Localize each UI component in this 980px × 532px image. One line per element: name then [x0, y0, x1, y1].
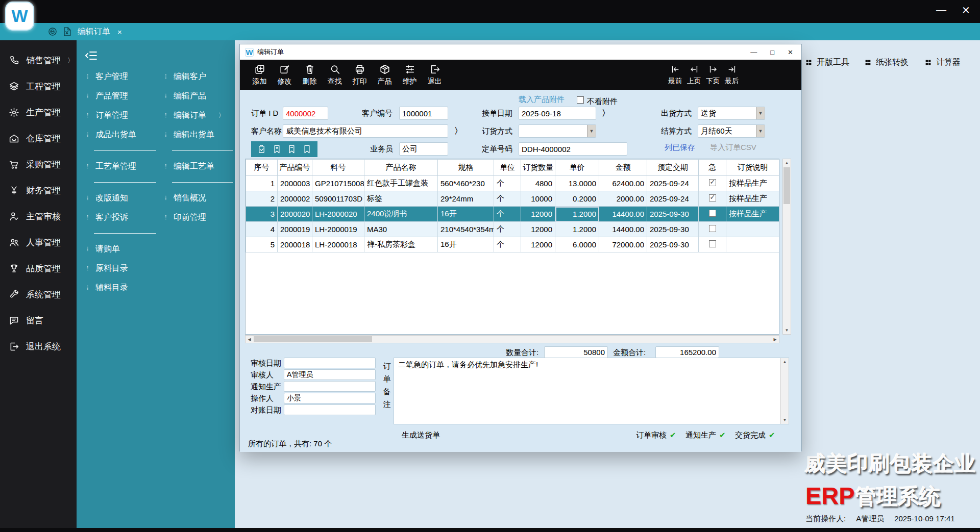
- order-review-status[interactable]: 订单审核 ✔: [636, 430, 676, 440]
- column-header[interactable]: 产品编号: [278, 160, 312, 176]
- bookmark-person-icon[interactable]: [272, 144, 282, 154]
- product-code-cell[interactable]: 2000020: [278, 207, 312, 222]
- submenu-item[interactable]: 编辑客户: [160, 67, 235, 86]
- spec-cell[interactable]: 560*460*230: [438, 176, 494, 191]
- nav-button-3[interactable]: 下页: [703, 64, 722, 86]
- globe-icon[interactable]: [47, 27, 58, 37]
- submenu-item[interactable]: 客户投诉: [82, 208, 158, 227]
- column-header[interactable]: 订货说明: [726, 160, 779, 176]
- seq-cell[interactable]: 3: [246, 207, 278, 222]
- order-date-field[interactable]: [519, 107, 596, 120]
- nav-button-1[interactable]: 最前: [666, 64, 684, 86]
- table-row[interactable]: 12000003GP210715008红色款手工罐盒装560*460*230个4…: [246, 176, 779, 191]
- table-row[interactable]: 42000019LH-2000019MA30210*4540*354mm个120…: [246, 222, 779, 237]
- unit-cell[interactable]: 个: [494, 222, 521, 237]
- sidebar-item[interactable]: 销售管理〉: [0, 47, 77, 73]
- urgent-checkbox[interactable]: [709, 210, 716, 217]
- order-method-select[interactable]: ▼: [519, 124, 596, 138]
- column-header[interactable]: 急: [699, 160, 726, 176]
- product-name-cell[interactable]: 禅-私房茶彩盒: [364, 237, 438, 252]
- urgent-cell[interactable]: [699, 237, 726, 252]
- order-no-field[interactable]: [519, 142, 627, 156]
- submenu-item[interactable]: 产品管理: [82, 86, 158, 106]
- price-cell[interactable]: 1.2000: [555, 207, 599, 222]
- ship-method-select[interactable]: 送货 ▼: [698, 107, 765, 120]
- scroll-down-icon[interactable]: ▼: [781, 416, 789, 424]
- tool-2[interactable]: 纸张转换: [865, 57, 909, 68]
- toolbar-button-7[interactable]: 维护: [397, 64, 422, 86]
- spec-cell[interactable]: 16开: [438, 237, 494, 252]
- price-cell[interactable]: 1.2000: [555, 222, 599, 237]
- toolbar-button-5[interactable]: 打印: [347, 64, 372, 86]
- column-header[interactable]: 单位: [494, 160, 521, 176]
- unit-cell[interactable]: 个: [494, 237, 521, 252]
- chevron-down-icon[interactable]: ▼: [756, 107, 765, 119]
- review-field[interactable]: [284, 369, 376, 380]
- customer-name-field[interactable]: [283, 124, 448, 138]
- collapse-menu-icon[interactable]: [84, 48, 99, 63]
- urgent-cell[interactable]: [699, 207, 726, 222]
- scrollbar-thumb[interactable]: [254, 336, 372, 342]
- price-cell[interactable]: 6.0000: [555, 237, 599, 252]
- toolbar-button-6[interactable]: 产品: [372, 64, 397, 86]
- submenu-item[interactable]: 印前管理: [160, 208, 235, 227]
- toolbar-button-8[interactable]: 退出: [422, 64, 447, 86]
- submenu-item[interactable]: 编辑订单〉: [160, 106, 235, 125]
- dialog-titlebar[interactable]: W 编辑订单 — □ ✕: [240, 44, 801, 60]
- amount-cell[interactable]: 2000.00: [599, 191, 647, 207]
- note-cell[interactable]: 按样品生产: [726, 207, 779, 222]
- notify-production-status[interactable]: 通知生产 ✔: [685, 430, 726, 440]
- spec-cell[interactable]: 29*24mm: [438, 191, 494, 207]
- sidebar-item[interactable]: 生产管理: [0, 99, 77, 125]
- product-name-cell[interactable]: MA30: [364, 222, 438, 237]
- scroll-right-icon[interactable]: ▶: [771, 336, 779, 343]
- hide-attachment-checkbox[interactable]: [577, 96, 584, 104]
- scroll-left-icon[interactable]: ◀: [246, 336, 253, 343]
- price-cell[interactable]: 0.2000: [555, 191, 599, 207]
- sidebar-item[interactable]: 品质管理: [0, 256, 77, 282]
- sidebar-item[interactable]: 系统管理: [0, 282, 77, 308]
- price-cell[interactable]: 13.0000: [555, 176, 599, 191]
- product-code-cell[interactable]: 2000019: [278, 222, 312, 237]
- amount-cell[interactable]: 72000.00: [599, 237, 647, 252]
- seq-cell[interactable]: 1: [246, 176, 278, 191]
- urgent-checkbox[interactable]: [709, 240, 716, 247]
- urgent-checkbox[interactable]: [709, 179, 716, 186]
- unit-cell[interactable]: 个: [494, 176, 521, 191]
- product-name-cell[interactable]: 2400说明书: [364, 207, 438, 222]
- product-code-cell[interactable]: 2000018: [278, 237, 312, 252]
- bookmark-lines-icon[interactable]: [287, 144, 297, 154]
- app-titlebar[interactable]: — ✕: [0, 0, 980, 23]
- material-no-cell[interactable]: GP210715008: [312, 176, 364, 191]
- delivery-cell[interactable]: 2025-09-24: [647, 191, 699, 207]
- column-header[interactable]: 单价: [555, 160, 599, 176]
- sidebar-item[interactable]: 退出系统: [0, 334, 77, 360]
- dialog-minimize-icon[interactable]: —: [750, 48, 757, 56]
- sidebar-item[interactable]: 财务管理: [0, 178, 77, 204]
- submenu-item[interactable]: 销售概况: [160, 188, 235, 208]
- review-field[interactable]: [284, 381, 376, 392]
- scrollbar-thumb[interactable]: [783, 167, 790, 204]
- customer-picker-chevron[interactable]: 〉: [454, 124, 462, 138]
- tool-3[interactable]: 计算器: [925, 57, 961, 68]
- submenu-item[interactable]: 辅料目录: [82, 278, 158, 297]
- toolbar-button-3[interactable]: 删除: [297, 64, 322, 86]
- qty-cell[interactable]: 10000: [521, 191, 555, 207]
- material-no-cell[interactable]: LH-2000019: [312, 222, 364, 237]
- sidebar-item[interactable]: 采购管理: [0, 151, 77, 178]
- sidebar-item[interactable]: 主管审核: [0, 204, 77, 230]
- review-field[interactable]: [284, 358, 376, 368]
- urgent-cell[interactable]: [699, 191, 726, 207]
- urgent-checkbox[interactable]: [709, 225, 716, 232]
- nav-button-2[interactable]: 上页: [684, 64, 703, 86]
- delivery-cell[interactable]: 2025-09-30: [647, 222, 699, 237]
- spec-cell[interactable]: 16开: [438, 207, 494, 222]
- column-header[interactable]: 订货数量: [521, 160, 555, 176]
- material-no-cell[interactable]: LH-2000020: [312, 207, 364, 222]
- material-no-cell[interactable]: LH-2000018: [312, 237, 364, 252]
- table-horizontal-scrollbar[interactable]: ◀ ▶: [245, 335, 779, 343]
- table-vertical-scrollbar[interactable]: ▲ ▼: [782, 159, 791, 335]
- unit-cell[interactable]: 个: [494, 191, 521, 207]
- close-icon[interactable]: ✕: [962, 4, 970, 16]
- note-cell[interactable]: [726, 237, 779, 252]
